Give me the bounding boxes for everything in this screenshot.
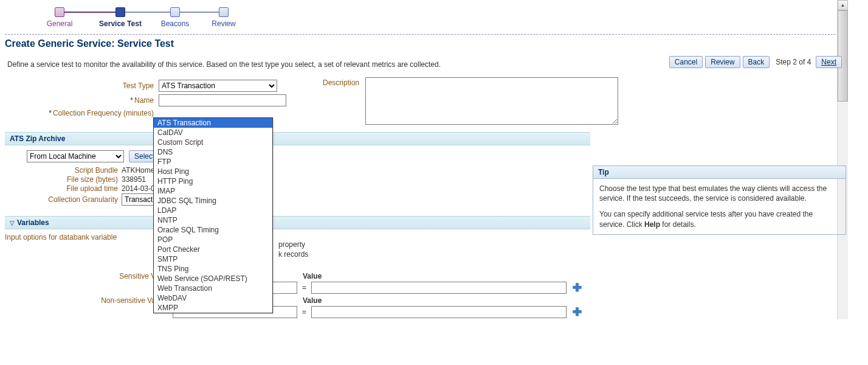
- add-sensitive-icon[interactable]: ✚: [571, 282, 582, 293]
- file-upload-time-label: File upload time: [27, 184, 122, 193]
- dropdown-option[interactable]: NNTP: [154, 215, 272, 225]
- train-step-service-test[interactable]: Service Test: [90, 7, 151, 28]
- description-field[interactable]: [365, 77, 618, 125]
- page-title: Create Generic Service: Service Test: [5, 38, 848, 49]
- dropdown-option[interactable]: Custom Script: [154, 137, 272, 147]
- file-upload-time-value: 2014-03-0: [122, 184, 155, 193]
- collection-granularity-label: Collection Granularity: [27, 195, 122, 204]
- train-label[interactable]: General: [47, 19, 73, 28]
- test-type-dropdown-list[interactable]: ATS TransactionCalDAVCustom ScriptDNSFTP…: [153, 117, 273, 313]
- dropdown-option[interactable]: JDBC SQL Timing: [154, 196, 272, 206]
- review-button[interactable]: Review: [705, 56, 740, 68]
- property-text-1: property: [278, 240, 305, 249]
- tip-panel: Tip Choose the test type that best emula…: [593, 165, 846, 235]
- file-size-label: File size (bytes): [27, 175, 122, 184]
- description-label: Description: [323, 77, 359, 87]
- dropdown-option[interactable]: Web Transaction: [154, 283, 272, 293]
- train-step-beacons[interactable]: Beacons: [151, 7, 199, 28]
- add-nonsensitive-icon[interactable]: ✚: [571, 307, 582, 318]
- dropdown-option[interactable]: DNS: [154, 147, 272, 157]
- dropdown-option[interactable]: LDAP: [154, 206, 272, 215]
- wizard-train: General Service Test Beacons Review: [29, 7, 848, 28]
- dropdown-option[interactable]: POP: [154, 235, 272, 245]
- train-label[interactable]: Review: [212, 19, 235, 28]
- dropdown-option[interactable]: HTTP Ping: [154, 176, 272, 186]
- tip-paragraph-1: Choose the test type that best emulates …: [599, 184, 839, 203]
- dropdown-option[interactable]: Web Service (SOAP/REST): [154, 274, 272, 283]
- train-label[interactable]: Beacons: [161, 19, 190, 28]
- sensitive-value-field[interactable]: [311, 282, 567, 294]
- dropdown-option[interactable]: CalDAV: [154, 128, 272, 137]
- name-field[interactable]: [159, 94, 286, 106]
- dropdown-option[interactable]: SMTP: [154, 254, 272, 264]
- wizard-toolbar: Cancel Review Back Step 2 of 4 Next: [669, 56, 842, 68]
- train-label[interactable]: Service Test: [99, 19, 142, 28]
- tip-help-link[interactable]: Help: [644, 220, 660, 229]
- script-bundle-label: Script Bundle: [27, 166, 122, 175]
- file-size-value: 338951: [122, 175, 146, 184]
- back-button[interactable]: Back: [743, 56, 770, 68]
- equals-sign: =: [302, 308, 306, 316]
- dropdown-option[interactable]: Host Ping: [154, 167, 272, 176]
- script-bundle-value: ATKHome: [122, 166, 154, 175]
- train-step-general[interactable]: General: [29, 7, 90, 28]
- dropdown-option[interactable]: ATS Transaction: [154, 118, 272, 128]
- nonsensitive-values-label: Non-sensitive Values: [6, 296, 173, 305]
- next-button[interactable]: Next: [816, 56, 842, 68]
- dropdown-option[interactable]: TNS Ping: [154, 264, 272, 274]
- tip-title: Tip: [593, 166, 846, 179]
- dropdown-option[interactable]: FTP: [154, 157, 272, 167]
- value-column-header: Value: [303, 272, 322, 280]
- cancel-button[interactable]: Cancel: [669, 56, 703, 68]
- dropdown-option[interactable]: WebDAV: [154, 293, 272, 303]
- vertical-scrollbar[interactable]: ▲ ▼: [837, 0, 848, 319]
- variables-section-header[interactable]: ▽ Variables: [5, 216, 590, 229]
- disclosure-triangle-icon[interactable]: ▽: [10, 220, 15, 226]
- dropdown-option[interactable]: Port Checker: [154, 245, 272, 254]
- train-step-review[interactable]: Review: [199, 7, 248, 28]
- value-column-header: Value: [303, 296, 322, 305]
- nonsensitive-value-field[interactable]: [311, 306, 567, 318]
- step-indicator: Step 2 of 4: [776, 58, 811, 66]
- ats-source-select[interactable]: From Local Machine: [27, 150, 124, 162]
- test-type-label: Test Type: [5, 82, 159, 90]
- divider: [5, 34, 848, 35]
- property-text-2: k records: [278, 250, 308, 259]
- sensitive-values-label: Sensitive Value: [6, 272, 173, 280]
- variables-title: Variables: [17, 218, 49, 227]
- name-label: Name: [134, 96, 154, 105]
- dropdown-option[interactable]: IMAP: [154, 186, 272, 196]
- ats-section-header: ATS Zip Archive: [5, 132, 590, 145]
- test-type-select[interactable]: ATS Transaction: [159, 80, 277, 92]
- tip-paragraph-2: You can specify additional service tests…: [599, 209, 839, 229]
- dropdown-option[interactable]: Oracle SQL Timing: [154, 225, 272, 235]
- dropdown-option[interactable]: XMPP: [154, 303, 272, 313]
- equals-sign: =: [302, 283, 306, 292]
- collection-frequency-label: Collection Frequency (minutes): [53, 109, 154, 117]
